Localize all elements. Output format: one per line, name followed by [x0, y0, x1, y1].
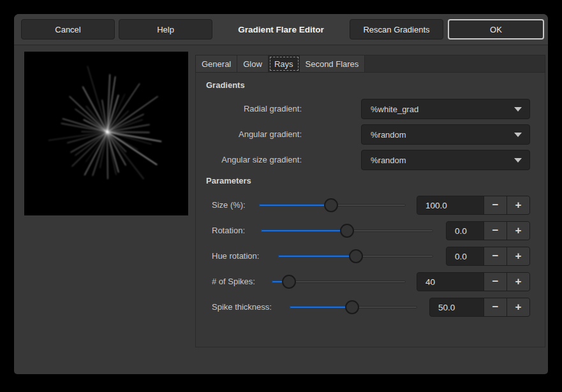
spike-thickness-decrement-button[interactable]: −: [484, 298, 507, 316]
rotation-value-field[interactable]: 0.0: [447, 222, 484, 240]
flare-rays-image: [24, 52, 188, 215]
radial-gradient-value: %white_grad: [362, 105, 514, 114]
screen: { "window": { "title": "Gradient Flare E…: [0, 0, 562, 392]
hue-rotation-value-field[interactable]: 0.0: [447, 247, 484, 265]
gradients-section-title: Gradients: [206, 80, 245, 90]
rescan-gradients-button[interactable]: Rescan Gradients: [350, 19, 443, 40]
rotation-slider-fill: [261, 229, 347, 232]
rotation-label: Rotation:: [212, 221, 245, 241]
rotation-decrement-button[interactable]: −: [484, 222, 507, 240]
angular-gradient-label: Angular gradient:: [206, 124, 302, 145]
size-slider-fill: [259, 204, 331, 207]
spike-thickness-value-field[interactable]: 50.0: [430, 298, 484, 316]
spike-thickness-label: Spike thickness:: [212, 297, 272, 317]
angular-size-gradient-value: %random: [362, 156, 514, 165]
gradient-flare-editor-dialog: Cancel Help Gradient Flare Editor Rescan…: [14, 14, 548, 374]
size-decrement-button[interactable]: −: [484, 196, 507, 214]
rotation-spinbox: 0.0−+: [446, 221, 530, 240]
spikes-spinbox: 40−+: [417, 272, 530, 291]
tab-general[interactable]: General: [196, 55, 237, 72]
chevron-down-icon: [514, 158, 522, 163]
rays-tab-panel: Gradients Radial gradient: %white_grad A…: [195, 73, 545, 347]
tab-strip: General Glow Rays Second Flares: [195, 55, 545, 73]
spikes-slider-handle[interactable]: [282, 275, 296, 289]
hue-rotation-label: Hue rotation:: [212, 246, 259, 266]
tab-rays[interactable]: Rays: [269, 55, 300, 72]
tab-glow[interactable]: Glow: [237, 55, 269, 72]
chevron-down-icon: [514, 133, 522, 137]
radial-gradient-select[interactable]: %white_grad: [361, 99, 530, 119]
spike-thickness-increment-button[interactable]: +: [507, 298, 529, 316]
spikes-value-field[interactable]: 40: [417, 273, 484, 291]
hue-rotation-increment-button[interactable]: +: [507, 247, 529, 265]
size-label: Size (%):: [212, 195, 246, 215]
hue-rotation-spinbox: 0.0−+: [446, 247, 530, 266]
spikes-increment-button[interactable]: +: [507, 273, 529, 291]
spike-thickness-spinbox: 50.0−+: [429, 298, 530, 317]
header-bar: Cancel Help Gradient Flare Editor Rescan…: [14, 14, 548, 45]
flare-preview: [24, 52, 188, 215]
angular-gradient-select[interactable]: %random: [361, 124, 530, 145]
size-increment-button[interactable]: +: [507, 196, 529, 214]
spikes-decrement-button[interactable]: −: [484, 273, 507, 291]
tab-second-flares[interactable]: Second Flares: [300, 55, 366, 72]
size-value-field[interactable]: 100.0: [417, 196, 484, 214]
cancel-button[interactable]: Cancel: [21, 19, 115, 40]
help-button[interactable]: Help: [119, 19, 212, 40]
angular-size-gradient-select[interactable]: %random: [361, 150, 530, 170]
hue-rotation-slider-fill: [278, 255, 356, 258]
settings-notebook: General Glow Rays Second Flares Gradient…: [195, 55, 545, 347]
rotation-slider-handle[interactable]: [340, 224, 354, 238]
rotation-increment-button[interactable]: +: [507, 222, 529, 240]
hue-rotation-decrement-button[interactable]: −: [484, 247, 507, 265]
spikes-label: # of Spikes:: [212, 272, 255, 292]
size-spinbox: 100.0−+: [417, 196, 530, 215]
angular-size-gradient-label: Angular size gradient:: [206, 150, 302, 170]
hue-rotation-slider-handle[interactable]: [349, 249, 363, 263]
radial-gradient-label: Radial gradient:: [206, 99, 302, 119]
spike-thickness-slider-fill: [290, 306, 352, 309]
spike-thickness-slider-handle[interactable]: [345, 300, 359, 314]
size-slider-handle[interactable]: [324, 198, 338, 212]
ok-button[interactable]: OK: [448, 19, 544, 40]
chevron-down-icon: [514, 107, 522, 112]
angular-gradient-value: %random: [362, 130, 514, 140]
parameters-section-title: Parameters: [206, 176, 251, 185]
